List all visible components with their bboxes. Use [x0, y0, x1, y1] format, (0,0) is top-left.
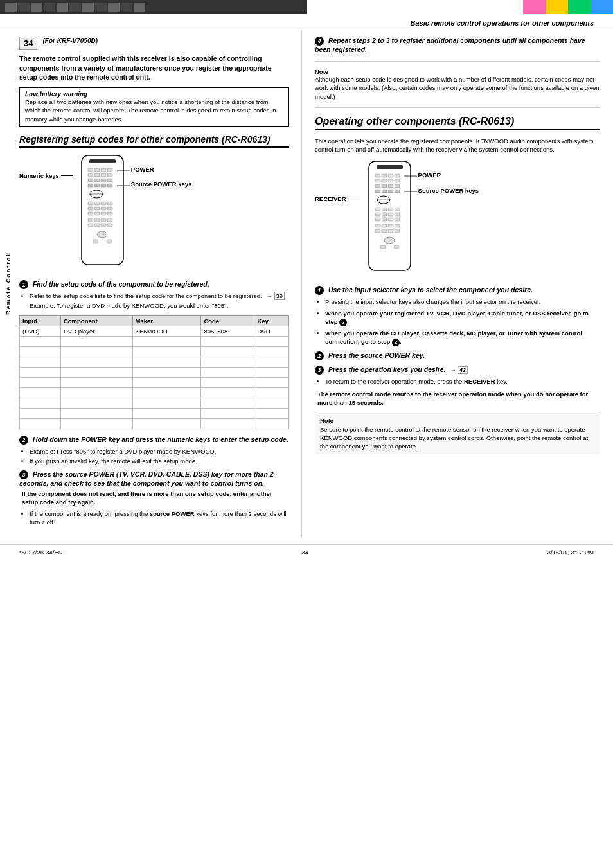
top-bar — [0, 0, 613, 14]
step1-right: 1 Use the input selector keys to select … — [315, 286, 600, 346]
step3-num: 3 — [19, 470, 28, 479]
table-row — [20, 418, 289, 429]
svg-rect-55 — [375, 184, 380, 188]
remote-illustration-left — [75, 154, 130, 270]
svg-rect-76 — [395, 218, 400, 221]
svg-rect-7 — [94, 173, 100, 177]
svg-rect-52 — [382, 179, 387, 182]
svg-rect-9 — [107, 173, 112, 177]
step1-ref: → 39 — [266, 292, 285, 299]
svg-rect-54 — [395, 179, 400, 182]
svg-rect-73 — [375, 218, 380, 221]
step1-left: 1 Find the setup code of the component t… — [19, 280, 289, 310]
step3-right-bullet: To return to the receiver operation mode… — [325, 377, 600, 385]
table-row — [20, 398, 289, 408]
svg-rect-87 — [394, 245, 399, 249]
r-step1-b3: When you operate the CD player, Cassette… — [325, 329, 600, 346]
svg-rect-83 — [388, 229, 393, 233]
step1-right-heading: 1 Use the input selector keys to select … — [315, 286, 600, 295]
svg-rect-31 — [107, 212, 112, 215]
svg-point-85 — [384, 237, 395, 244]
svg-rect-46 — [377, 165, 403, 169]
svg-rect-33 — [94, 218, 100, 222]
left-column: Remote Control 34 (For KRF-V7050D) The r… — [0, 30, 302, 538]
right-column: 4 Repeat steps 2 to 3 to register additi… — [302, 30, 613, 538]
svg-rect-26 — [101, 207, 106, 210]
main-content: Remote Control 34 (For KRF-V7050D) The r… — [0, 30, 613, 538]
battery-warning-text: Replace all two batteries with new ones … — [25, 98, 283, 123]
col-maker: Maker — [132, 315, 201, 326]
bottom-page-num: 34 — [301, 549, 308, 556]
table-row — [20, 377, 289, 387]
battery-warning-box: Low battery warning Replace all two batt… — [19, 87, 289, 127]
note-title-right: Note — [320, 416, 595, 425]
svg-rect-58 — [395, 184, 400, 188]
step3-heading: 3 Press the source POWER (TV, VCR, DVD, … — [19, 470, 289, 487]
svg-rect-72 — [395, 213, 400, 216]
remote-right-labels: POWER Source POWER keys — [417, 160, 479, 195]
table-row — [20, 408, 289, 418]
step2-left: 2 Hold down the POWER key and press the … — [19, 436, 289, 466]
svg-point-40 — [97, 231, 107, 238]
svg-rect-78 — [382, 224, 387, 227]
remote-labels-left: Numeric keys — [19, 154, 75, 190]
step1-example: Example: To register a DVD made by KENWO… — [22, 301, 289, 310]
svg-rect-69 — [375, 213, 380, 216]
svg-rect-23 — [107, 202, 112, 205]
svg-rect-14 — [88, 184, 93, 187]
table-row: (DVD) DVD player KENWOOD 805, 808 DVD — [20, 326, 289, 336]
svg-rect-42 — [107, 240, 112, 243]
step4-area: 4 Repeat steps 2 to 3 to register additi… — [315, 37, 600, 62]
svg-rect-65 — [375, 208, 380, 211]
header-area: Basic remote control operations for othe… — [0, 14, 613, 30]
intro-text: The remote control supplied with this re… — [19, 54, 289, 82]
svg-rect-75 — [388, 218, 393, 221]
receiver-label: RECEIVER — [315, 195, 360, 202]
svg-rect-70 — [382, 213, 387, 216]
step3-right-body: To return to the receiver operation mode… — [315, 377, 600, 407]
svg-rect-28 — [88, 212, 93, 215]
step2-right: 2 Press the source POWER key. — [315, 351, 600, 360]
svg-rect-80 — [395, 224, 400, 227]
left-section-title: Registering setup codes for other compon… — [19, 134, 289, 148]
power-label-left: POWER — [131, 166, 192, 173]
source-power-label-right: Source POWER keys — [418, 186, 479, 195]
svg-rect-5 — [107, 168, 112, 172]
step4-heading: 4 Repeat steps 2 to 3 to register additi… — [315, 37, 600, 53]
cell-key: DVD — [254, 326, 289, 336]
svg-rect-24 — [88, 207, 93, 210]
remote-labels-right: POWER Source POWER keys — [130, 154, 192, 188]
r-step1-b2: When you operate your registered TV, VCR… — [325, 309, 600, 326]
step3-body: If the component does not react, and the… — [19, 490, 289, 526]
note-box-right: Note Be sure to point the remote control… — [315, 412, 600, 454]
svg-rect-41 — [93, 240, 98, 243]
r-step1-b1: Pressing the input selector keys also ch… — [325, 297, 600, 306]
svg-rect-21 — [94, 202, 100, 205]
remote-svg-container-left — [75, 154, 130, 271]
step2-body: Example: Press "805" to register a DVD p… — [19, 447, 289, 466]
note-box-left: Note Although each setup code is designe… — [315, 68, 600, 108]
svg-rect-56 — [382, 184, 387, 188]
svg-rect-39 — [107, 224, 112, 227]
svg-rect-61 — [388, 190, 393, 193]
page-number-box: 34 — [19, 37, 37, 50]
col-key: Key — [254, 315, 289, 326]
col-code: Code — [201, 315, 254, 326]
step4-num: 4 — [315, 37, 324, 46]
step3-extra: If the component does not react, and the… — [22, 490, 289, 507]
step2-num: 2 — [19, 436, 28, 445]
cell-component: DVD player — [60, 326, 132, 336]
col-component: Component — [60, 315, 132, 326]
step2-bullet2: If you push an invalid key, the remote w… — [30, 457, 289, 465]
step3-bold-note: The remote control mode returns to the r… — [317, 390, 600, 407]
setup-codes-table: Input Component Maker Code Key (DVD) DVD… — [19, 315, 289, 429]
svg-rect-29 — [94, 212, 100, 215]
svg-rect-12 — [101, 179, 106, 182]
svg-rect-11 — [94, 179, 100, 182]
svg-rect-59 — [375, 190, 380, 193]
svg-rect-60 — [382, 190, 387, 193]
svg-rect-79 — [388, 224, 393, 227]
bottom-date: 3/15/01, 3:12 PM — [547, 549, 594, 556]
step1-bullet1: Refer to the setup code lists to find th… — [30, 292, 289, 300]
table-row — [20, 367, 289, 377]
